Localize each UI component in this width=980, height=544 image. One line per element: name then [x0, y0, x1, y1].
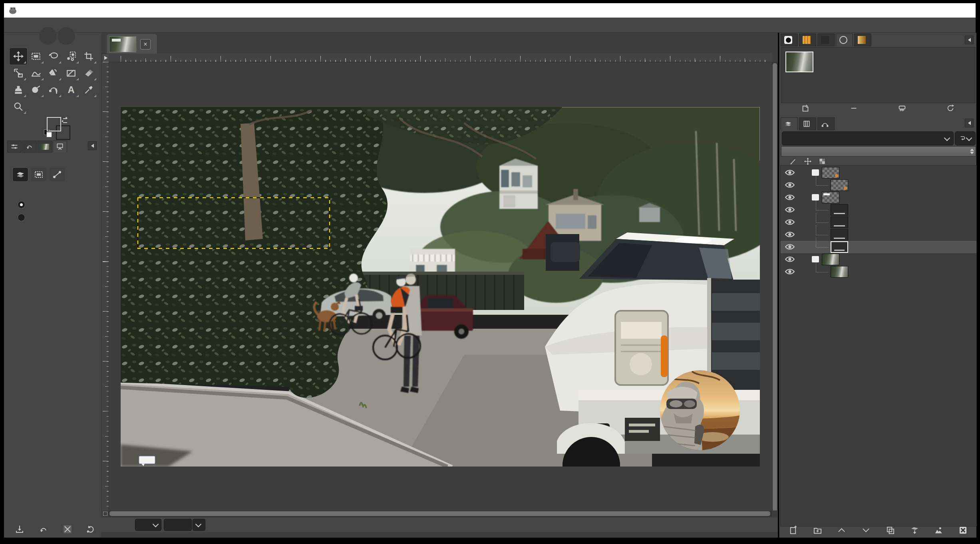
tool-crop[interactable] — [80, 48, 97, 65]
restore-tool-preset-button[interactable] — [37, 523, 50, 535]
text-layer-icon[interactable] — [831, 229, 848, 240]
quickmask-toggle[interactable] — [102, 510, 109, 517]
duplicate-layer-button[interactable] — [884, 525, 896, 535]
lock-alpha-icon[interactable] — [818, 157, 826, 165]
tab-tool-presets[interactable] — [53, 141, 67, 153]
layer-row-date-foreground[interactable] — [781, 228, 977, 241]
tab-gradients[interactable] — [854, 34, 871, 46]
layer-row-logo-png[interactable] — [781, 179, 977, 191]
visibility-eye-icon[interactable] — [785, 255, 795, 264]
raise-layer-button[interactable] — [836, 525, 848, 535]
lower-layer-button[interactable] — [860, 525, 872, 535]
menu-filters[interactable] — [93, 24, 101, 27]
opacity-spinner[interactable] — [970, 149, 974, 154]
collapse-dock-button[interactable] — [965, 36, 974, 44]
lock-position-icon[interactable] — [804, 157, 812, 165]
layer-row-assets[interactable] — [781, 167, 977, 179]
lock-pixels-icon[interactable] — [789, 157, 797, 165]
tool-smudge[interactable] — [27, 81, 45, 98]
menu-layer[interactable] — [62, 24, 70, 27]
save-tool-preset-button[interactable] — [13, 523, 26, 535]
tool-clone[interactable] — [10, 81, 27, 98]
zoom-value[interactable] — [164, 519, 192, 531]
swap-colors-icon[interactable] — [62, 115, 70, 124]
navigation-preview-button[interactable] — [772, 510, 778, 517]
close-button[interactable] — [956, 3, 979, 18]
new-layer-group-button[interactable] — [811, 525, 823, 535]
tab-image-thumbnail[interactable] — [38, 141, 52, 153]
tool-free-select[interactable] — [45, 48, 62, 65]
tab-undo-history[interactable] — [22, 141, 37, 153]
menu-help[interactable] — [113, 24, 122, 27]
layer-row-background-group[interactable] — [781, 253, 977, 266]
tab-layers[interactable] — [781, 117, 798, 130]
group-expand-toggle[interactable] — [812, 169, 819, 176]
tab-channels[interactable] — [799, 117, 816, 130]
fg-color-swatch[interactable] — [47, 117, 61, 131]
layer-row-title-group[interactable] — [781, 191, 977, 204]
image-tab[interactable]: × — [107, 34, 157, 54]
move-selection-mode-button[interactable] — [31, 168, 46, 181]
collapse-dock-button[interactable] — [965, 119, 974, 127]
layer-row-date-background[interactable] — [781, 241, 977, 253]
open-entry-button[interactable] — [799, 103, 811, 113]
visibility-eye-icon[interactable] — [785, 242, 795, 251]
v-scrollbar[interactable] — [772, 62, 778, 516]
layer-thumbnail[interactable] — [831, 179, 848, 191]
visibility-eye-icon[interactable] — [785, 230, 795, 239]
v-ruler[interactable] — [102, 62, 109, 516]
mode-switch-button[interactable] — [955, 131, 976, 145]
tool-select-by-color[interactable] — [62, 48, 80, 65]
tab-brushes[interactable] — [781, 34, 798, 46]
delete-layer-button[interactable] — [957, 525, 969, 535]
menu-colors[interactable] — [72, 24, 81, 27]
visibility-eye-icon[interactable] — [785, 218, 795, 226]
remove-entry-button[interactable] — [848, 103, 860, 113]
canvas-image[interactable] — [121, 107, 760, 467]
visibility-eye-icon[interactable] — [785, 168, 795, 177]
visibility-eye-icon[interactable] — [785, 193, 795, 202]
tab-patterns[interactable] — [799, 34, 816, 46]
tool-eraser[interactable] — [80, 65, 97, 81]
text-layer-icon[interactable] — [831, 204, 848, 216]
menu-select[interactable] — [30, 24, 39, 27]
visibility-eye-icon[interactable] — [785, 267, 795, 276]
h-ruler[interactable] — [109, 54, 772, 62]
delete-tool-preset-button[interactable] — [61, 523, 74, 535]
zoom-select[interactable] — [193, 519, 205, 531]
move-layer-mode-button[interactable] — [13, 168, 28, 181]
tool-paintbrush[interactable] — [62, 65, 80, 81]
layer-row-pasted-layer[interactable] — [781, 266, 977, 278]
tool-paths[interactable] — [45, 81, 62, 98]
move-path-mode-button[interactable] — [50, 168, 65, 181]
layer-row-title-background[interactable] — [781, 216, 977, 228]
image-tab-close-icon[interactable]: × — [140, 39, 151, 50]
unit-select[interactable] — [135, 519, 161, 531]
menu-edit[interactable] — [20, 24, 29, 27]
tool-warp[interactable] — [27, 65, 45, 81]
layer-thumbnail[interactable] — [831, 266, 848, 278]
layer-row-title-foreground[interactable] — [781, 204, 977, 216]
clear-history-button[interactable] — [896, 103, 908, 113]
refresh-previews-button[interactable] — [944, 103, 956, 113]
tab-fonts[interactable] — [817, 34, 835, 46]
visibility-eye-icon[interactable] — [785, 205, 795, 214]
visibility-eye-icon[interactable] — [785, 181, 795, 189]
menu-file[interactable] — [10, 24, 18, 27]
collapse-dock-button[interactable] — [88, 141, 97, 150]
tab-tool-options[interactable] — [7, 141, 22, 153]
group-expand-toggle[interactable] — [812, 194, 819, 201]
history-entry-thumbnail[interactable] — [785, 52, 813, 72]
mode-dropdown[interactable] — [782, 131, 954, 145]
tool-transform[interactable] — [10, 65, 27, 81]
tool-text[interactable] — [62, 81, 80, 98]
tool-color-picker[interactable] — [80, 81, 97, 98]
tool-zoom[interactable] — [10, 98, 27, 115]
tool-bucket-fill[interactable] — [45, 65, 62, 81]
radio-pick-layer[interactable] — [18, 201, 30, 209]
group-expand-toggle[interactable] — [812, 256, 819, 262]
reset-tool-options-button[interactable] — [84, 523, 97, 535]
tool-rectangle-select[interactable] — [27, 48, 45, 65]
minimize-button[interactable] — [908, 3, 932, 18]
h-scrollbar[interactable] — [109, 510, 772, 517]
